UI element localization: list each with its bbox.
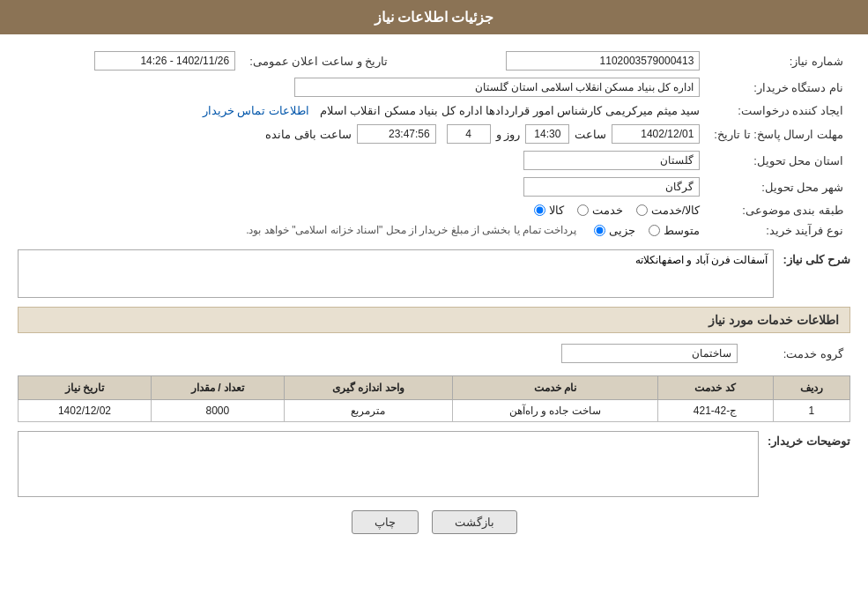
- cell-service_name: ساخت جاده و راه‌آهن: [452, 400, 657, 422]
- label-subject-category: طبقه بندی موضوعی:: [707, 200, 850, 220]
- label-need-number: شماره نیاز:: [707, 48, 850, 74]
- reply-date-display: 1402/12/01: [612, 124, 700, 144]
- content-area: شماره نیاز: 1102003579000413 تاریخ و ساع…: [0, 34, 868, 561]
- label-time: ساعت: [575, 128, 606, 141]
- radio-motavaset[interactable]: متوسط: [649, 224, 700, 237]
- col-header-row: ردیف: [773, 376, 849, 400]
- radio-kala-label: کالا: [549, 204, 564, 217]
- radio-motavaset-label: متوسط: [664, 224, 700, 237]
- value-requester: سید میثم میرکریمی کارشناس امور قراردادها…: [18, 100, 707, 121]
- col-header-unit: واحد اندازه گیری: [284, 376, 452, 400]
- service-group-display: ساختمان: [561, 344, 738, 363]
- page-header: جزئیات اطلاعات نیاز: [0, 0, 868, 34]
- row-reply-deadline: مهلت ارسال پاسخ: تا تاریخ: 1402/12/01 سا…: [18, 121, 850, 147]
- purchase-type-note: پرداخت تمام یا بخشی از مبلغ خریدار از مح…: [246, 224, 576, 236]
- label-service-group: گروه خدمت:: [745, 340, 850, 367]
- delivery-city-display: گرگان: [523, 177, 700, 197]
- service-group-table: گروه خدمت: ساختمان: [18, 340, 850, 367]
- radio-kala-khedmat-label: کالا/خدمت: [651, 204, 701, 217]
- cell-date: 1402/12/02: [19, 400, 152, 422]
- reply-time-display: 14:30: [525, 124, 569, 144]
- need-description-row: شرح کلی نیاز: آسفالت فرن آباد و اصفهانکل…: [18, 249, 850, 298]
- buyer-desc-textarea[interactable]: [19, 432, 758, 494]
- main-info-table: شماره نیاز: 1102003579000413 تاریخ و ساع…: [18, 48, 850, 241]
- radio-khedmat[interactable]: خدمت: [577, 204, 623, 217]
- row-purchase-type: نوع فرآیند خرید: متوسط جزیی: [18, 220, 850, 241]
- delivery-province-display: گلستان: [523, 151, 700, 170]
- row-requester: ایجاد کننده درخواست: سید میثم میرکریمی ک…: [18, 100, 850, 121]
- radio-kala-khedmat[interactable]: کالا/خدمت: [636, 204, 701, 217]
- label-reply-deadline: مهلت ارسال پاسخ: تا تاریخ:: [707, 121, 850, 147]
- remaining-time-display: 23:47:56: [357, 124, 436, 144]
- print-button[interactable]: چاپ: [352, 510, 419, 534]
- need-description-wrapper: آسفالت فرن آباد و اصفهانکلاته: [18, 249, 774, 298]
- days-count-display: 4: [447, 124, 491, 144]
- contact-info-link[interactable]: اطلاعات تماس خریدار: [203, 104, 309, 117]
- row-service-group: گروه خدمت: ساختمان: [18, 340, 850, 367]
- buyer-desc-label: توضیحات خریدار:: [768, 431, 850, 451]
- back-button[interactable]: بازگشت: [432, 510, 517, 534]
- value-buyer-org: اداره کل بنیاد مسکن انقلاب اسلامی استان …: [18, 74, 707, 100]
- value-need-number: 1102003579000413: [405, 48, 707, 74]
- col-header-date: تاریخ نیاز: [19, 376, 152, 400]
- table-header-row: ردیف کد خدمت نام خدمت واحد اندازه گیری ت…: [19, 376, 850, 400]
- radio-jozei-label: جزیی: [609, 224, 635, 237]
- cell-row: 1: [773, 400, 849, 422]
- radio-jozei[interactable]: جزیی: [594, 224, 635, 237]
- page-container: جزئیات اطلاعات نیاز شماره نیاز: 11020035…: [0, 0, 868, 609]
- value-service-group: ساختمان: [18, 340, 745, 367]
- value-purchase-type: متوسط جزیی پرداخت تمام یا بخشی از مبلغ خ…: [18, 220, 707, 241]
- services-data-table: ردیف کد خدمت نام خدمت واحد اندازه گیری ت…: [18, 375, 850, 422]
- buyer-desc-row: توضیحات خریدار:: [18, 431, 850, 497]
- label-purchase-type: نوع فرآیند خرید:: [707, 220, 850, 241]
- radio-kala[interactable]: کالا: [534, 204, 564, 217]
- need-number-display: 1102003579000413: [506, 51, 700, 71]
- remaining-time-label: ساعت باقی مانده: [265, 128, 351, 141]
- services-table-body: 1ج-42-421ساخت جاده و راه‌آهنمترمربع80001…: [19, 400, 850, 422]
- value-subject-category: کالا/خدمت خدمت کالا: [18, 200, 707, 220]
- value-reply-deadline: 1402/12/01 ساعت 14:30 روز و 4 23:47:56 س…: [18, 121, 707, 147]
- label-days: روز و: [496, 128, 521, 141]
- label-delivery-city: شهر محل تحویل:: [707, 174, 850, 200]
- value-delivery-province: گلستان: [18, 147, 707, 174]
- row-buyer-org: نام دستگاه خریدار: اداره کل بنیاد مسکن ا…: [18, 74, 850, 100]
- cell-unit: مترمربع: [284, 400, 452, 422]
- radio-khedmat-label: خدمت: [592, 204, 623, 217]
- row-subject-category: طبقه بندی موضوعی: کالا/خدمت خدمت کالا: [18, 200, 850, 220]
- col-header-service-name: نام خدمت: [452, 376, 657, 400]
- button-row: بازگشت چاپ: [18, 510, 850, 534]
- col-header-service-code: کد خدمت: [657, 376, 773, 400]
- page-title: جزئیات اطلاعات نیاز: [375, 10, 494, 25]
- need-description-label: شرح کلی نیاز:: [783, 249, 850, 270]
- label-requester: ایجاد کننده درخواست:: [707, 100, 850, 121]
- row-delivery-city: شهر محل تحویل: گرگان: [18, 174, 850, 200]
- services-section-header: اطلاعات خدمات مورد نیاز: [18, 307, 850, 333]
- label-delivery-province: استان محل تحویل:: [707, 147, 850, 174]
- label-announce-date: تاریخ و ساعت اعلان عمومی:: [242, 48, 405, 74]
- buyer-desc-wrapper: [18, 431, 759, 497]
- value-delivery-city: گرگان: [18, 174, 707, 200]
- row-delivery-province: استان محل تحویل: گلستان: [18, 147, 850, 174]
- need-description-textarea[interactable]: آسفالت فرن آباد و اصفهانکلاته: [19, 250, 773, 294]
- col-header-quantity: تعداد / مقدار: [151, 376, 284, 400]
- requester-name-text: سید میثم میرکریمی کارشناس امور قراردادها…: [320, 104, 701, 117]
- value-announce-date: 1402/11/26 - 14:26: [18, 48, 242, 74]
- cell-service_code: ج-42-421: [657, 400, 773, 422]
- buyer-org-display: اداره کل بنیاد مسکن انقلاب اسلامی استان …: [294, 78, 700, 97]
- cell-quantity: 8000: [151, 400, 284, 422]
- label-buyer-org: نام دستگاه خریدار:: [707, 74, 850, 100]
- table-row: 1ج-42-421ساخت جاده و راه‌آهنمترمربع80001…: [19, 400, 850, 422]
- announce-date-display: 1402/11/26 - 14:26: [94, 51, 235, 71]
- row-need-number: شماره نیاز: 1102003579000413 تاریخ و ساع…: [18, 48, 850, 74]
